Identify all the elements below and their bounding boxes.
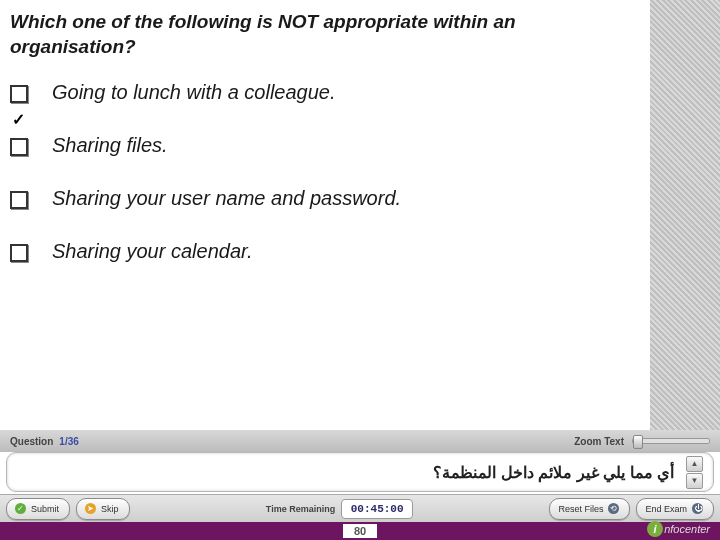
question-counter-value: 1/36 <box>59 436 78 447</box>
button-label: End Exam <box>645 504 687 514</box>
end-exam-button[interactable]: End Exam ⏻ <box>636 498 714 520</box>
refresh-icon: ⟲ <box>608 503 619 514</box>
meta-bar: Question 1/36 Zoom Text <box>0 430 720 452</box>
reset-files-button[interactable]: Reset Files ⟲ <box>549 498 630 520</box>
checkmark-icon: ✓ <box>12 110 25 129</box>
checkbox-icon[interactable] <box>10 244 28 262</box>
option-label: Sharing your calendar. <box>52 240 253 263</box>
option-row[interactable]: Sharing your user name and password. <box>10 187 636 210</box>
zoom-thumb-icon[interactable] <box>633 435 643 449</box>
button-label: Submit <box>31 504 59 514</box>
question-panel: Which one of the following is NOT approp… <box>0 0 650 430</box>
option-label: Sharing your user name and password. <box>52 187 401 210</box>
skip-button[interactable]: ➤ Skip <box>76 498 130 520</box>
checkbox-icon[interactable] <box>10 85 28 103</box>
scroll-up-icon[interactable]: ▲ <box>686 456 703 472</box>
zoom-label: Zoom Text <box>574 436 624 447</box>
footer-bar: 80 <box>0 522 720 540</box>
button-label: Skip <box>101 504 119 514</box>
option-row[interactable]: Going to lunch with a colleague. <box>10 81 636 104</box>
toolbar: ✓ Submit ➤ Skip Time Remaining 00:45:00 … <box>0 494 720 522</box>
right-texture-panel <box>650 0 720 430</box>
submit-button[interactable]: ✓ Submit <box>6 498 70 520</box>
scroll-down-icon[interactable]: ▼ <box>686 473 703 489</box>
exit-icon: ⏻ <box>692 503 703 514</box>
zoom-slider[interactable] <box>632 438 710 444</box>
scroll-control: ▲ ▼ <box>686 456 703 489</box>
checkbox-icon[interactable] <box>10 191 28 209</box>
option-row[interactable]: Sharing your calendar. <box>10 240 636 263</box>
logo-text: nfocenter <box>664 523 710 535</box>
time-remaining-value: 00:45:00 <box>341 499 413 519</box>
button-label: Reset Files <box>558 504 603 514</box>
question-counter-label: Question <box>10 436 53 447</box>
option-label: Going to lunch with a colleague. <box>52 81 336 104</box>
option-row[interactable]: Sharing files. <box>10 134 636 157</box>
translation-text: أي مما يلي غير ملائم داخل المنظمة؟ <box>433 463 674 482</box>
brand-logo: i nfocenter <box>647 520 710 538</box>
checkbox-icon[interactable] <box>10 138 28 156</box>
question-text: Which one of the following is NOT approp… <box>10 10 636 59</box>
page-number: 80 <box>343 524 377 538</box>
option-label: Sharing files. <box>52 134 168 157</box>
logo-mark-icon: i <box>647 521 663 537</box>
forward-icon: ➤ <box>85 503 96 514</box>
check-icon: ✓ <box>15 503 26 514</box>
time-label: Time Remaining <box>266 504 335 514</box>
translation-box: أي مما يلي غير ملائم داخل المنظمة؟ ▲ ▼ <box>6 452 714 492</box>
